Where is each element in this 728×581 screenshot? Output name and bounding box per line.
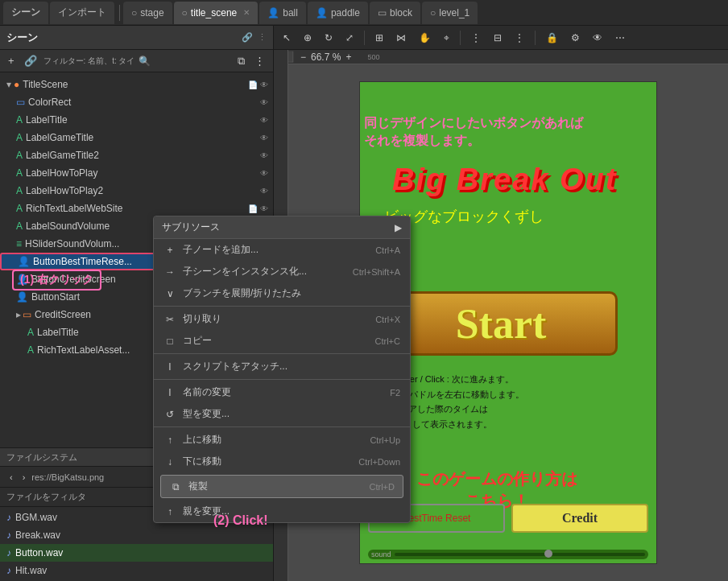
ctx-instance-child-scene[interactable]: → 子シーンをインスタンス化... Ctrl+Shift+A: [154, 261, 410, 282]
ctx-rename[interactable]: I 名前の変更 F2: [154, 381, 410, 403]
ctx-change-type[interactable]: ↺ 型を変更...: [154, 403, 410, 425]
tree-item-labelhowtoplay2[interactable]: A LabelHowToPlay2 👁: [0, 182, 273, 200]
rotate-tool[interactable]: ↻: [321, 31, 337, 45]
tab-ball[interactable]: 👤 ball: [259, 2, 306, 24]
file-item-hit[interactable]: ♪ Hit.wav: [0, 562, 273, 579]
ctx-sep2: [154, 353, 410, 354]
snap-tool[interactable]: ⋈: [392, 31, 410, 45]
ctx-expand-icon: ∨: [163, 288, 176, 299]
tab-import[interactable]: インポート: [50, 2, 114, 24]
anchor-tool[interactable]: ⌖: [440, 31, 453, 45]
tree-item-richtextlabelwebsite[interactable]: A RichTextLabelWebSite 📄 👁: [0, 200, 273, 217]
close-icon[interactable]: ✕: [243, 8, 250, 17]
tab-scene[interactable]: シーン: [3, 2, 48, 24]
labeltitlecredit-icon: A: [27, 327, 34, 338]
ctx-attach-script[interactable]: I スクリプトをアタッチ...: [154, 356, 410, 377]
file-nav-forward[interactable]: ›: [19, 471, 29, 484]
view-tool[interactable]: 👁: [589, 31, 606, 45]
creditscreen-expand: ▸: [16, 309, 21, 320]
lock-tool[interactable]: 🔒: [542, 31, 562, 45]
more-tool[interactable]: ⋮: [511, 31, 528, 45]
tab-title-scene[interactable]: ○ title_scene ✕: [174, 2, 259, 24]
guide-tool[interactable]: ⋮: [467, 31, 485, 45]
more-options-button[interactable]: ⋮: [251, 53, 268, 68]
ctx-move-down[interactable]: ↓ 下に移動 Ctrl+Down: [154, 451, 410, 472]
hand-tool[interactable]: ✋: [415, 31, 435, 45]
tab-level1-label: level_1: [439, 7, 469, 19]
ctx-title-label: サブリソース: [162, 220, 220, 234]
ctx-duplicate[interactable]: ⧉ 複製 Ctrl+D: [160, 475, 403, 498]
annotation-2-label: (2) Click!: [213, 513, 268, 527]
scene-panel-header: シーン 🔗 ⋮: [0, 26, 273, 50]
file-item-button[interactable]: ♪ Button.wav: [0, 544, 273, 562]
game-title-text: Big Break Out: [392, 163, 617, 197]
tree-item-labelgametitle[interactable]: A LabelGameTitle 👁: [0, 129, 273, 146]
select-tool[interactable]: ↖: [279, 31, 295, 45]
link-button[interactable]: 🔗: [21, 53, 40, 68]
buttonbesttimere-icon: 👤: [18, 256, 30, 267]
audio-icon-button: ♪: [6, 547, 11, 558]
ctx-instance-shortcut: Ctrl+Shift+A: [353, 267, 400, 277]
ctx-change-parent[interactable]: ↑ 親を変更...: [154, 501, 410, 522]
ruler-horizontal: ⬛ − 66.7 % + 500: [274, 50, 728, 64]
vp-sep3: [535, 31, 536, 45]
ctx-move-up[interactable]: ↑ 上に移動 Ctrl+Up: [154, 429, 410, 451]
tab-separator: [119, 5, 120, 21]
file-label-hit: Hit.wav: [15, 565, 47, 576]
viewport-toolbar: ↖ ⊕ ↻ ⤢ ⊞ ⋈ ✋ ⌖ ⋮ ⊟ ⋮ 🔒 ⚙ 👁 ⋯: [274, 26, 728, 50]
file-path: res://BigKatsu.png: [31, 472, 104, 482]
extra-tool[interactable]: ⚙: [567, 31, 584, 45]
ctx-copy[interactable]: □ コピー Ctrl+C: [154, 330, 410, 352]
zoom-minus[interactable]: −: [300, 52, 306, 63]
richtextlabelasset-icon: A: [27, 344, 34, 356]
dots-tool[interactable]: ⋯: [611, 31, 629, 45]
tab-stage[interactable]: ○ stage: [123, 2, 172, 24]
filter-button[interactable]: ⧉: [234, 53, 248, 69]
file-filter-label: ファイルをフィルタ: [6, 491, 86, 503]
ctx-sep4: [154, 426, 410, 427]
context-menu-header: サブリソース ▶: [154, 216, 410, 239]
file-nav-back[interactable]: ‹: [6, 471, 16, 484]
ctx-expand-branch[interactable]: ∨ ブランチを展開/折りたたみ: [154, 282, 410, 304]
tree-item-labelhowtoplay[interactable]: A LabelHowToPlay 👁: [0, 164, 273, 182]
game-creditbutton[interactable]: Credit: [511, 504, 648, 533]
tree-item-labeltitle[interactable]: A LabelTitle 👁: [0, 111, 273, 129]
tree-item-TitleScene[interactable]: ▾ ● TitleScene 📄 👁: [0, 76, 273, 93]
tree-item-colorrect[interactable]: ▭ ColorRect 👁: [0, 93, 273, 111]
move-tool[interactable]: ⊕: [300, 31, 316, 45]
sound-thumb[interactable]: [544, 550, 552, 558]
tab-level1[interactable]: ○ level_1: [422, 2, 478, 24]
tree-item-labelgametitle2[interactable]: A LabelGameTitle2 👁: [0, 146, 273, 164]
tab-paddle[interactable]: 👤 paddle: [308, 2, 368, 24]
eye-labelhowtoplay2: 👁: [260, 187, 268, 196]
ctx-cut[interactable]: ✂ 切り取り Ctrl+X: [154, 308, 410, 330]
ctx-sep1: [154, 306, 410, 307]
tree-label-colorrect: ColorRect: [28, 97, 71, 108]
tab-scene-label: シーン: [11, 6, 40, 19]
tree-label-buttonstart: ButtonStart: [31, 291, 80, 303]
audio-icon-bgm: ♪: [6, 512, 11, 523]
titlescene-node-icon: ●: [14, 79, 19, 90]
file-icon: 📄: [248, 80, 258, 89]
top-tab-bar: シーン インポート ○ stage ○ title_scene ✕ 👤 ball…: [0, 0, 728, 26]
add-node-button[interactable]: +: [5, 53, 18, 68]
ball-icon: 👤: [267, 7, 279, 19]
block-icon: ▭: [378, 7, 387, 19]
zoom-plus[interactable]: +: [345, 52, 351, 63]
ctx-add-child[interactable]: + 子ノードを追加... Ctrl+A: [154, 239, 410, 261]
ctx-movedown-icon: ↓: [163, 456, 176, 468]
game-start-button[interactable]: Start: [384, 291, 618, 356]
scene-link-icon: 📄: [248, 204, 258, 213]
grid2-tool[interactable]: ⊟: [490, 31, 506, 45]
scale-tool[interactable]: ⤢: [341, 31, 358, 45]
ctx-changeparent-icon: ↑: [163, 506, 176, 517]
ctx-moveup-shortcut: Ctrl+Up: [370, 435, 400, 445]
game-sound-bar: sound: [368, 550, 648, 559]
ctx-duplicate-shortcut: Ctrl+D: [370, 482, 395, 492]
tab-block[interactable]: ▭ block: [370, 2, 420, 24]
ctx-copy-shortcut: Ctrl+C: [375, 336, 400, 346]
panel-icon-2: ⋮: [258, 32, 267, 43]
file-item-break[interactable]: ♪ Break.wav: [0, 526, 273, 544]
grid-tool[interactable]: ⊞: [371, 31, 387, 45]
audio-icon-break: ♪: [6, 529, 11, 541]
